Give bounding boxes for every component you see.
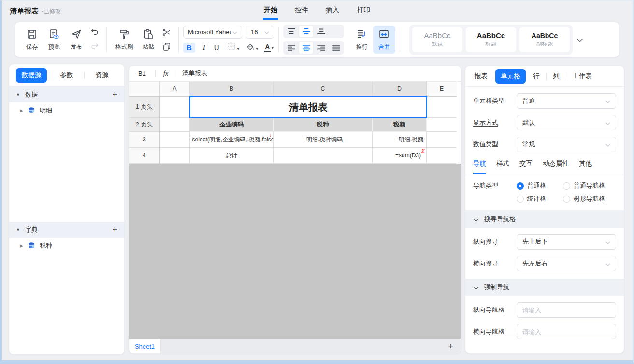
- ribbon-tab-start[interactable]: 开始: [263, 4, 278, 20]
- cell-A3[interactable]: [160, 132, 190, 148]
- cell-A4[interactable]: [160, 148, 190, 164]
- style-preset-subtitle[interactable]: AaBbCc 副标题: [519, 27, 570, 52]
- cell-D3[interactable]: =明细.税额: [373, 132, 427, 148]
- cell-D4[interactable]: =sum(D3)Σ: [373, 148, 427, 164]
- cell-A1[interactable]: [160, 97, 190, 118]
- tab-datasource[interactable]: 数据源: [16, 68, 47, 83]
- subtab-style[interactable]: 样式: [496, 159, 509, 174]
- tab-cell[interactable]: 单元格: [495, 69, 526, 84]
- subtab-dynamic-props[interactable]: 动态属性: [543, 159, 569, 174]
- ribbon-tab-widgets[interactable]: 控件: [294, 4, 309, 20]
- formula-input[interactable]: 清单报表: [176, 69, 207, 78]
- cell-B2[interactable]: 企业编码: [190, 118, 274, 132]
- radio-tree-nav-cell[interactable]: 树形导航格: [563, 195, 616, 203]
- cell-A2[interactable]: [160, 118, 190, 132]
- align-center-button[interactable]: [299, 42, 313, 54]
- undo-icon[interactable]: [90, 28, 100, 37]
- expand-caret-icon[interactable]: ▶: [20, 108, 23, 113]
- align-justify-button[interactable]: [329, 42, 343, 54]
- align-top-button[interactable]: [284, 26, 298, 37]
- dataset-item-mingxi[interactable]: ▶ 明细: [9, 102, 124, 119]
- tab-parameters[interactable]: 参数: [51, 68, 82, 83]
- cell-E4[interactable]: [427, 148, 457, 164]
- ribbon-tab-insert[interactable]: 插入: [325, 4, 340, 20]
- corner-cell[interactable]: [129, 82, 160, 97]
- paste-button[interactable]: 粘贴: [137, 26, 159, 54]
- cell-E2[interactable]: [427, 118, 457, 132]
- cell-reference-box[interactable]: B1: [129, 70, 155, 77]
- column-header-B[interactable]: B: [190, 82, 274, 97]
- style-preset-title[interactable]: AaBbCc 标题: [466, 27, 516, 52]
- align-right-button[interactable]: [314, 42, 328, 54]
- fx-icon[interactable]: fx: [156, 70, 176, 78]
- cell-B1-merged[interactable]: 清单报表: [189, 96, 427, 118]
- fill-color-button[interactable]: ▾: [245, 42, 258, 53]
- align-left-button[interactable]: [284, 42, 298, 54]
- redo-icon[interactable]: [90, 42, 100, 52]
- italic-button[interactable]: I: [202, 43, 207, 52]
- cell-C4[interactable]: [274, 148, 373, 164]
- numeric-type-select[interactable]: 常规: [517, 137, 616, 152]
- cell-E1[interactable]: [427, 97, 457, 118]
- borders-button[interactable]: ▾: [227, 42, 239, 53]
- row-header-3[interactable]: 3: [129, 132, 160, 148]
- tab-column[interactable]: 列: [548, 69, 565, 84]
- expand-caret-icon[interactable]: ▶: [20, 243, 23, 248]
- row-header-2[interactable]: 2 页头: [129, 118, 160, 132]
- horizontal-nav-cell-input[interactable]: [517, 324, 616, 339]
- ribbon-tab-print[interactable]: 打印: [356, 4, 371, 20]
- radio-stat-cell[interactable]: 统计格: [517, 195, 563, 203]
- subtab-other[interactable]: 其他: [579, 159, 592, 174]
- add-dataset-button[interactable]: +: [112, 90, 117, 99]
- radio-normal-nav-cell[interactable]: 普通导航格: [563, 182, 616, 190]
- vertical-search-select[interactable]: 先上后下: [517, 234, 616, 250]
- row-header-4[interactable]: 4: [129, 148, 160, 164]
- style-preset-default[interactable]: AaBbCc 默认: [412, 27, 462, 52]
- cell-type-select[interactable]: 普通: [517, 93, 616, 109]
- tab-worksheet[interactable]: 工作表: [567, 69, 598, 84]
- subtab-interaction[interactable]: 交互: [519, 159, 533, 174]
- vertical-nav-cell-input[interactable]: [517, 302, 616, 318]
- publish-button[interactable]: 发布: [65, 26, 87, 54]
- horizontal-search-select[interactable]: 先左后右: [517, 256, 616, 271]
- collapse-caret-icon[interactable]: ▼: [16, 227, 20, 232]
- tab-report[interactable]: 报表: [469, 69, 493, 84]
- align-middle-button[interactable]: [299, 26, 313, 37]
- dictionary-item-shuizhong[interactable]: ▶ 税种: [9, 238, 124, 254]
- tab-row[interactable]: 行: [528, 69, 546, 84]
- column-header-E[interactable]: E: [427, 82, 457, 97]
- subtab-navigation[interactable]: 导航: [473, 159, 486, 174]
- cut-icon[interactable]: [162, 28, 172, 37]
- cell-C2[interactable]: 税种: [274, 118, 373, 132]
- font-size-select[interactable]: 16: [246, 26, 274, 39]
- sheet-tab-sheet1[interactable]: Sheet1: [129, 339, 161, 353]
- add-sheet-button[interactable]: +: [448, 342, 453, 350]
- cell-B3[interactable]: =select(明细,企业编码,,税额,false↓: [190, 132, 274, 148]
- underline-button[interactable]: U: [213, 43, 220, 52]
- display-mode-select[interactable]: 默认: [517, 115, 616, 130]
- add-dictionary-button[interactable]: +: [112, 225, 117, 234]
- column-header-C[interactable]: C: [274, 82, 373, 97]
- collapse-caret-icon[interactable]: ▼: [16, 92, 20, 97]
- font-color-button[interactable]: A ▾: [264, 43, 274, 52]
- radio-normal-cell[interactable]: 普通格: [517, 182, 563, 190]
- force-nav-section-header[interactable]: 强制导航: [465, 279, 624, 296]
- bold-button[interactable]: B: [183, 43, 195, 53]
- save-button[interactable]: 保存: [21, 26, 43, 54]
- wrap-text-button[interactable]: 换行: [351, 26, 373, 54]
- cell-B4[interactable]: 总计: [190, 148, 274, 164]
- row-header-1[interactable]: 1 页头: [129, 97, 160, 118]
- column-header-A[interactable]: A: [160, 82, 190, 97]
- search-nav-section-header[interactable]: 搜寻导航格: [465, 210, 624, 228]
- preview-button[interactable]: 预览: [43, 26, 65, 54]
- align-bottom-button[interactable]: [314, 26, 328, 37]
- merge-cells-button[interactable]: 合并: [373, 26, 395, 54]
- cell-D2[interactable]: 税额: [373, 118, 427, 132]
- column-header-D[interactable]: D: [373, 82, 427, 97]
- tab-resources[interactable]: 资源: [86, 68, 117, 83]
- copy-icon[interactable]: [162, 42, 172, 52]
- style-gallery-expand-icon[interactable]: [576, 35, 583, 44]
- cell-C3[interactable]: =明细.税种编码: [274, 132, 373, 148]
- font-family-select[interactable]: Microsoft Yahei: [183, 26, 242, 39]
- cell-E3[interactable]: [427, 132, 457, 148]
